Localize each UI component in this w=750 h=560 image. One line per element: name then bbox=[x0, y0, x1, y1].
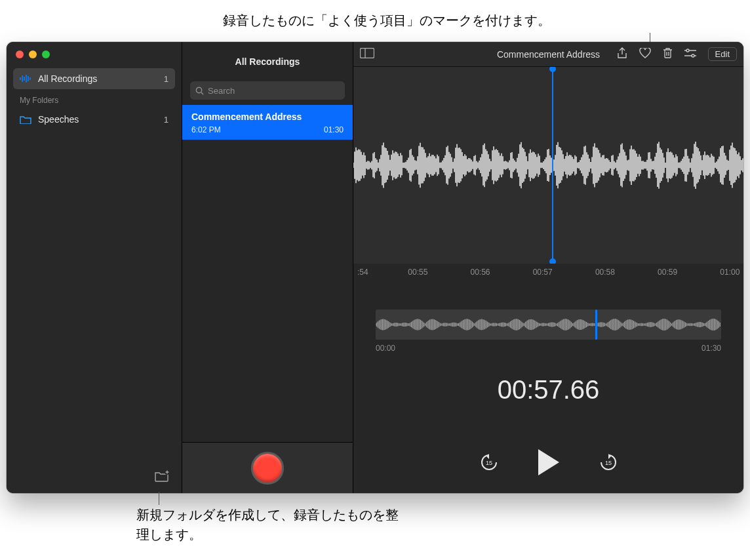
search-icon bbox=[195, 87, 204, 95]
ruler-tick: 00:55 bbox=[408, 268, 427, 277]
sidebar: All Recordings 1 My Folders Speeches 1 bbox=[7, 42, 182, 493]
toggle-sidebar-button[interactable] bbox=[360, 48, 374, 61]
ruler-tick: 00:57 bbox=[533, 268, 553, 277]
sidebar-section-header: My Folders bbox=[7, 90, 182, 108]
minimize-window-button[interactable] bbox=[29, 50, 37, 58]
overview-end: 01:30 bbox=[701, 344, 721, 353]
svg-text:15: 15 bbox=[604, 460, 611, 466]
close-window-button[interactable] bbox=[16, 50, 24, 58]
sidebar-item-label: All Recordings bbox=[38, 73, 97, 84]
play-button[interactable] bbox=[538, 449, 559, 475]
ruler-tick: 00:56 bbox=[471, 268, 490, 277]
forward-15-button[interactable]: 15 bbox=[599, 452, 618, 472]
callout-new-folder-text: 新規フォルダを作成して、録音したものを整理します。 bbox=[136, 508, 399, 542]
fullscreen-window-button[interactable] bbox=[42, 50, 50, 58]
time-ruler: :54 00:55 00:56 00:57 00:58 00:59 01:00 bbox=[353, 264, 743, 283]
new-folder-button[interactable] bbox=[154, 470, 170, 485]
svg-line-10 bbox=[201, 92, 203, 94]
overview-playhead[interactable] bbox=[595, 310, 597, 340]
timecode: 00:57.66 bbox=[353, 375, 743, 405]
rewind-15-button[interactable]: 15 bbox=[479, 452, 499, 472]
waveform-icon bbox=[20, 74, 31, 83]
folder-icon bbox=[20, 115, 31, 124]
list-title: All Recordings bbox=[182, 42, 353, 81]
search-placeholder: Search bbox=[208, 86, 235, 96]
callout-favorite-text: 録音したものに「よく使う項目」のマークを付けます。 bbox=[223, 13, 551, 28]
callout-new-folder: 新規フォルダを作成して、録音したものを整理します。 bbox=[136, 505, 399, 544]
delete-button[interactable] bbox=[663, 47, 673, 61]
record-footer bbox=[182, 442, 353, 493]
app-window: All Recordings 1 My Folders Speeches 1 bbox=[7, 42, 743, 493]
ruler-tick: :54 bbox=[357, 268, 368, 277]
toolbar: Commencement Address Edit bbox=[353, 42, 743, 67]
sidebar-item-label: Speeches bbox=[38, 114, 79, 125]
waveform-overview: 00:00 01:30 bbox=[376, 310, 721, 353]
overview-track[interactable] bbox=[376, 310, 721, 340]
ruler-tick: 00:59 bbox=[658, 268, 677, 277]
playhead[interactable] bbox=[552, 67, 553, 264]
search-input[interactable]: Search bbox=[190, 81, 345, 100]
play-icon bbox=[538, 449, 559, 475]
overview-start: 00:00 bbox=[376, 344, 395, 353]
playback-controls: 15 15 bbox=[353, 449, 743, 475]
recording-duration: 01:30 bbox=[324, 125, 344, 134]
sidebar-item-speeches[interactable]: Speeches 1 bbox=[13, 109, 175, 130]
sidebar-footer bbox=[7, 462, 182, 493]
svg-rect-11 bbox=[361, 48, 374, 58]
waveform-bars bbox=[353, 126, 743, 205]
share-button[interactable] bbox=[617, 47, 627, 62]
waveform-detail[interactable] bbox=[353, 67, 743, 264]
sidebar-item-count: 1 bbox=[164, 115, 168, 125]
ruler-tick: 01:00 bbox=[720, 268, 740, 277]
svg-point-14 bbox=[686, 49, 689, 52]
main-panel: Commencement Address Edit bbox=[353, 42, 743, 493]
svg-point-16 bbox=[692, 54, 694, 57]
record-button[interactable] bbox=[251, 452, 284, 485]
callout-favorite: 録音したものに「よく使う項目」のマークを付けます。 bbox=[223, 12, 682, 30]
recording-list-item[interactable]: Commencement Address 6:02 PM 01:30 bbox=[182, 105, 353, 140]
sidebar-item-all-recordings[interactable]: All Recordings 1 bbox=[13, 68, 175, 89]
svg-text:15: 15 bbox=[485, 460, 492, 466]
callout-line bbox=[159, 492, 159, 505]
edit-button[interactable]: Edit bbox=[708, 47, 737, 61]
overview-bars bbox=[376, 310, 721, 340]
favorite-button[interactable] bbox=[639, 48, 651, 61]
recording-name: Commencement Address bbox=[191, 111, 344, 122]
sidebar-item-count: 1 bbox=[164, 74, 168, 84]
settings-button[interactable] bbox=[684, 49, 696, 60]
window-traffic-lights bbox=[7, 42, 182, 67]
ruler-tick: 00:58 bbox=[595, 268, 615, 277]
svg-point-9 bbox=[196, 87, 201, 92]
recording-list-column: All Recordings Search Commencement Addre… bbox=[182, 42, 353, 493]
recording-time: 6:02 PM bbox=[191, 125, 221, 134]
